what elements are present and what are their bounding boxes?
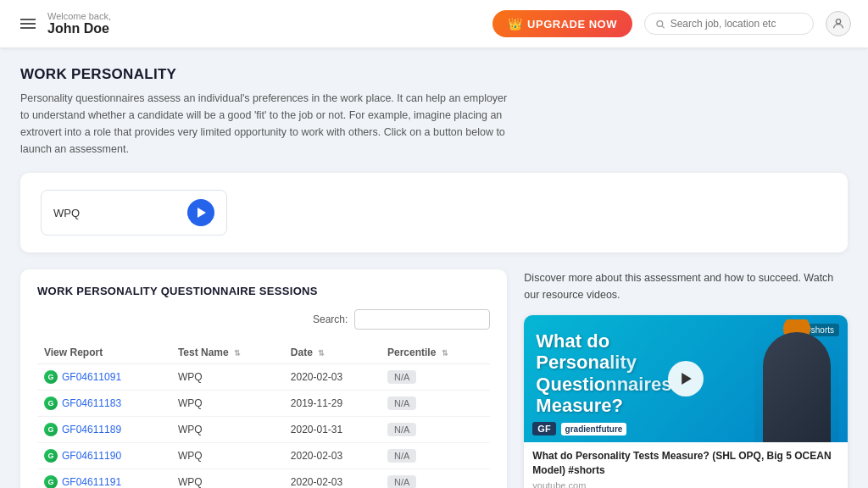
wpq-play-button[interactable] (187, 199, 214, 226)
video-main-text: What doPersonalityQuestionnairesMeasure? (536, 330, 671, 416)
profile-icon[interactable] (826, 11, 851, 36)
col-test-name-label: Test Name (178, 347, 229, 358)
col-percentile-label: Percentile (387, 347, 436, 358)
date-cell: 2019-11-29 (284, 391, 381, 417)
table-row: G GF04611183 WPQ 2019-11-29 N/A (37, 391, 490, 417)
sessions-tbody: G GF04611091 WPQ 2020-02-03 N/A G GF0461… (37, 364, 490, 489)
table-header: View Report Test Name ⇅ Date ⇅ Percentil… (37, 341, 490, 364)
col-date[interactable]: Date ⇅ (284, 341, 381, 364)
report-id: GF04611091 (62, 371, 121, 383)
sessions-search-input[interactable] (354, 309, 490, 330)
percentile-cell: N/A (381, 417, 490, 443)
percentile-badge: N/A (387, 449, 416, 463)
percentile-badge: N/A (387, 475, 416, 488)
gf-logo: GF gradientfuture (532, 422, 626, 435)
search-box[interactable] (644, 13, 814, 35)
report-icon: G (44, 423, 58, 436)
test-name-cell: WPQ (171, 391, 284, 417)
video-play-icon (681, 373, 693, 385)
header: Welcome back, John Doe 👑 UPGRADE NOW (0, 0, 868, 47)
table-row: G GF04611190 WPQ 2020-02-03 N/A (37, 443, 490, 469)
report-id: GF04611190 (62, 450, 121, 462)
gf-badge: GF (532, 422, 555, 435)
video-thumbnail: What doPersonalityQuestionnairesMeasure?… (524, 315, 848, 442)
report-icon: G (44, 449, 58, 463)
report-link[interactable]: G GF04611183 (44, 396, 164, 410)
search-icon (655, 19, 665, 30)
report-cell: G GF04611091 (37, 364, 171, 391)
percentile-badge: N/A (387, 396, 416, 410)
report-link[interactable]: G GF04611190 (44, 449, 164, 463)
video-text-overlay: What doPersonalityQuestionnairesMeasure? (536, 330, 671, 416)
date-cell: 2020-02-03 (284, 364, 381, 391)
test-name-cell: WPQ (171, 364, 284, 391)
svg-marker-3 (198, 208, 206, 218)
report-cell: G GF04611183 (37, 391, 171, 417)
svg-line-1 (662, 25, 665, 28)
date-cell: 2020-02-03 (284, 443, 381, 469)
report-icon: G (44, 370, 58, 384)
sort-test-name-icon: ⇅ (234, 349, 241, 358)
user-icon (832, 17, 845, 30)
wpq-item: WPQ (41, 190, 227, 236)
wpq-label: WPQ (53, 207, 80, 219)
table-row: G GF04611189 WPQ 2020-01-31 N/A (37, 417, 490, 443)
crown-icon: 👑 (508, 17, 523, 30)
report-link[interactable]: G GF04611191 (44, 475, 164, 488)
search-input[interactable] (670, 18, 803, 30)
percentile-badge: N/A (387, 370, 416, 384)
welcome-text: Welcome back, (47, 11, 111, 21)
play-icon (197, 208, 207, 218)
hamburger-menu[interactable] (17, 15, 39, 32)
video-panel-description: Discover more about this assessment and … (524, 269, 848, 303)
svg-marker-4 (682, 373, 692, 385)
col-test-name[interactable]: Test Name ⇅ (171, 341, 284, 364)
header-right: 👑 UPGRADE NOW (492, 10, 851, 37)
video-title: What do Personality Tests Measure? (SHL … (532, 449, 839, 478)
bottom-layout: WORK PERSONALITY QUESTIONNAIRE SESSIONS … (20, 269, 848, 488)
video-card-1[interactable]: What doPersonalityQuestionnairesMeasure?… (524, 315, 848, 488)
report-link[interactable]: G GF04611189 (44, 423, 164, 436)
sessions-table: View Report Test Name ⇅ Date ⇅ Percentil… (37, 341, 490, 488)
table-row: G GF04611191 WPQ 2020-02-03 N/A (37, 469, 490, 489)
person-body (763, 332, 831, 442)
section-description: Personality questionnaires assess an ind… (20, 90, 512, 158)
test-name-cell: WPQ (171, 469, 284, 489)
percentile-cell: N/A (381, 469, 490, 489)
percentile-badge: N/A (387, 423, 416, 436)
upgrade-button[interactable]: 👑 UPGRADE NOW (492, 10, 632, 37)
report-icon: G (44, 396, 58, 410)
sort-percentile-icon: ⇅ (442, 349, 448, 358)
video-play-overlay (668, 361, 704, 396)
percentile-cell: N/A (381, 391, 490, 417)
percentile-cell: N/A (381, 443, 490, 469)
gf-text: gradientfuture (561, 423, 627, 435)
sessions-search-row: Search: (37, 309, 490, 330)
search-label: Search: (313, 313, 348, 325)
header-user: Welcome back, John Doe (47, 11, 111, 36)
svg-point-2 (836, 19, 840, 24)
page-title: WORK PERSONALITY (20, 66, 848, 83)
sort-date-icon: ⇅ (318, 349, 325, 358)
col-view-report: View Report (37, 341, 171, 364)
sessions-card: WORK PERSONALITY QUESTIONNAIRE SESSIONS … (20, 269, 507, 488)
header-left: Welcome back, John Doe (17, 11, 492, 36)
test-name-cell: WPQ (171, 417, 284, 443)
col-date-label: Date (291, 347, 313, 358)
wpq-card: WPQ (20, 173, 848, 252)
date-cell: 2020-01-31 (284, 417, 381, 443)
report-id: GF04611189 (62, 424, 121, 435)
test-name-cell: WPQ (171, 443, 284, 469)
video-panel: Discover more about this assessment and … (524, 269, 848, 488)
report-id: GF04611191 (62, 476, 121, 488)
person-silhouette (754, 319, 839, 442)
report-icon: G (44, 475, 58, 488)
video-info: What do Personality Tests Measure? (SHL … (524, 442, 848, 488)
video-source: youtube.com (532, 480, 839, 488)
report-cell: G GF04611190 (37, 443, 171, 469)
col-percentile[interactable]: Percentile ⇅ (381, 341, 490, 364)
upgrade-label: UPGRADE NOW (527, 18, 617, 30)
username: John Doe (47, 21, 111, 36)
date-cell: 2020-02-03 (284, 469, 381, 489)
report-link[interactable]: G GF04611091 (44, 370, 164, 384)
